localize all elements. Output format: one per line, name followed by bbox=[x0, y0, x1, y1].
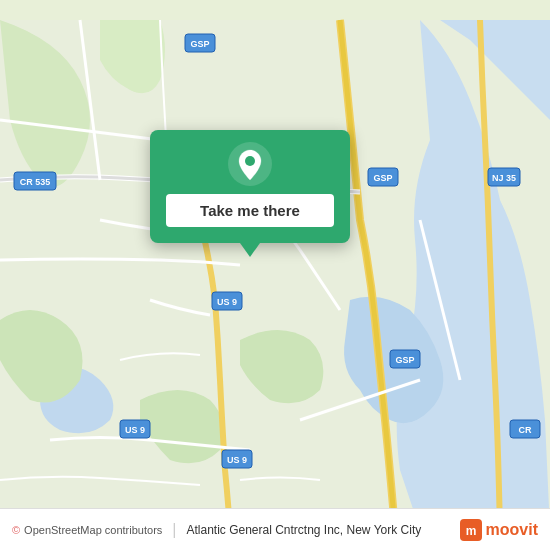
take-me-there-button[interactable]: Take me there bbox=[166, 194, 334, 227]
svg-text:US 9: US 9 bbox=[125, 425, 145, 435]
svg-text:GSP: GSP bbox=[395, 355, 414, 365]
svg-text:CR 535: CR 535 bbox=[20, 177, 51, 187]
svg-text:GSP: GSP bbox=[373, 173, 392, 183]
svg-text:US 9: US 9 bbox=[227, 455, 247, 465]
svg-text:m: m bbox=[465, 524, 476, 538]
svg-point-20 bbox=[245, 156, 255, 166]
map-container: GSP GSP GSP CR 535 NJ 35 US 9 US 9 US 9 … bbox=[0, 0, 550, 550]
location-popup: Take me there bbox=[150, 130, 350, 243]
separator: | bbox=[172, 521, 176, 539]
svg-text:GSP: GSP bbox=[190, 39, 209, 49]
moovit-icon: m bbox=[460, 519, 482, 541]
map-background: GSP GSP GSP CR 535 NJ 35 US 9 US 9 US 9 … bbox=[0, 0, 550, 550]
svg-text:US 9: US 9 bbox=[217, 297, 237, 307]
osm-copyright: © bbox=[12, 524, 20, 536]
location-name: Atlantic General Cntrctng Inc, New York … bbox=[186, 523, 421, 537]
moovit-wordmark: moovit bbox=[486, 521, 538, 539]
location-pin-icon bbox=[228, 142, 272, 186]
svg-text:CR: CR bbox=[519, 425, 532, 435]
osm-attribution: OpenStreetMap contributors bbox=[24, 524, 162, 536]
svg-text:NJ 35: NJ 35 bbox=[492, 173, 516, 183]
bottom-bar-left: © OpenStreetMap contributors | Atlantic … bbox=[12, 521, 421, 539]
moovit-logo: m moovit bbox=[460, 519, 538, 541]
bottom-bar: © OpenStreetMap contributors | Atlantic … bbox=[0, 508, 550, 550]
